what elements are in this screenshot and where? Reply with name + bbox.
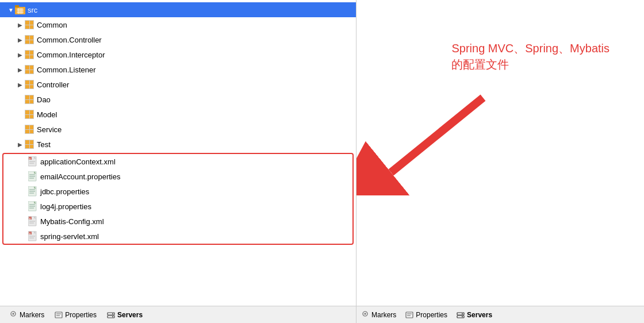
- svg-point-49: [112, 316, 113, 317]
- no-arrow: ▶: [20, 174, 28, 180]
- tree-item-dao[interactable]: ▶ Dao: [0, 92, 356, 107]
- module-icon-controller: [24, 79, 34, 90]
- tree-item-test[interactable]: ▶ Test: [0, 137, 356, 152]
- svg-line-51: [391, 98, 483, 172]
- svg-point-60: [462, 316, 463, 317]
- tree-item-controller-label: Controller: [37, 80, 69, 89]
- tree-item-model[interactable]: ▶ Model: [0, 107, 356, 122]
- xml-file-icon-mybatis: X: [28, 216, 38, 226]
- expand-arrow-common: ▶: [16, 22, 24, 28]
- annotation-area: Spring MVC、Spring、Mybatis 的配置文件: [356, 0, 644, 306]
- module-icon-common: [24, 20, 34, 30]
- module-icon-service: [24, 124, 34, 134]
- right-panel: Spring MVC、Spring、Mybatis 的配置文件 Markers …: [356, 0, 644, 323]
- no-arrow: ▶: [20, 233, 28, 240]
- module-icon-common-interceptor: [24, 49, 34, 60]
- svg-rect-43: [55, 312, 62, 318]
- prop-file-icon-log4j: [28, 201, 38, 212]
- expand-arrow-controller: ▶: [16, 82, 24, 88]
- svg-point-48: [112, 313, 113, 314]
- tree-item-spring-servlet[interactable]: ▶ X spring-servlet.xml: [3, 229, 352, 244]
- tree-item-mybatis-config[interactable]: ▶ X Mybatis-Config.xml: [3, 214, 352, 229]
- tree-item-model-label: Model: [37, 110, 57, 119]
- properties-tab[interactable]: Properties: [50, 309, 101, 321]
- expand-arrow-model: ▶: [16, 111, 24, 118]
- expand-arrow-common-interceptor: ▶: [16, 52, 24, 58]
- tree-item-common[interactable]: ▶ Common: [0, 17, 356, 32]
- bottom-toolbar: Markers Properties Servers: [0, 306, 356, 323]
- tree-item-common-controller-label: Common.Controller: [37, 36, 102, 44]
- markers-label: Markers: [20, 311, 44, 319]
- tree-item-common-interceptor[interactable]: ▶ Common.Interceptor: [0, 47, 356, 62]
- right-properties-label: Properties: [416, 311, 447, 319]
- tree-item-jdbc-label: jdbc.properties: [40, 187, 89, 196]
- tree-item-applicationcontext-label: applicationContext.xml: [40, 157, 116, 166]
- tree-item-src-label: src: [28, 6, 37, 14]
- svg-text:X: X: [29, 217, 31, 220]
- tree-item-common-controller[interactable]: ▶ Common.Controller: [0, 32, 356, 47]
- module-icon-model: [24, 109, 34, 120]
- tree-item-service-label: Service: [37, 125, 62, 134]
- annotation-line1: Spring MVC、Spring、Mybatis: [451, 42, 610, 55]
- tree-item-dao-label: Dao: [37, 95, 51, 104]
- expand-arrow-common-listener: ▶: [16, 67, 24, 73]
- left-panel: ▼ src ▶ Common: [0, 0, 356, 323]
- tree-item-mybatis-config-label: Mybatis-Config.xml: [40, 217, 104, 226]
- right-servers-tab[interactable]: Servers: [457, 311, 492, 319]
- expand-arrow-service: ▶: [16, 126, 24, 133]
- servers-label: Servers: [117, 311, 143, 319]
- right-bottom-bar: Markers Properties Servers: [356, 306, 644, 323]
- module-icon-common-listener: [24, 64, 34, 75]
- right-properties-icon: [405, 311, 413, 319]
- file-tree: ▼ src ▶ Common: [0, 0, 356, 306]
- tree-item-applicationcontext[interactable]: ▶ X applicationContext.xml: [3, 154, 352, 169]
- servers-icon: [107, 311, 115, 319]
- tree-item-src[interactable]: ▼ src: [0, 2, 356, 17]
- expand-arrow-test: ▶: [16, 141, 24, 148]
- tree-item-emailaccount[interactable]: ▶ emailAccount.properties: [3, 169, 352, 184]
- svg-rect-57: [457, 313, 464, 315]
- right-servers-icon: [457, 311, 465, 319]
- tree-item-log4j-label: log4j.properties: [40, 202, 91, 211]
- tree-item-test-label: Test: [37, 140, 51, 149]
- config-files-group: ▶ X applicationContext.xml ▶: [2, 153, 354, 245]
- right-markers-label: Markers: [371, 311, 396, 319]
- markers-tab[interactable]: Markers: [5, 309, 49, 321]
- module-icon-dao: [24, 94, 34, 105]
- tree-item-common-label: Common: [37, 21, 67, 29]
- servers-tab[interactable]: Servers: [102, 309, 147, 321]
- expand-arrow-common-controller: ▶: [16, 37, 24, 43]
- tree-item-common-listener[interactable]: ▶ Common.Listener: [0, 62, 356, 77]
- svg-text:X: X: [29, 157, 31, 160]
- right-marker-icon: [361, 311, 369, 319]
- right-properties-tab[interactable]: Properties: [405, 311, 447, 319]
- svg-rect-58: [457, 316, 464, 318]
- marker-icon: [9, 311, 17, 319]
- no-arrow: ▶: [20, 203, 28, 210]
- tree-item-controller[interactable]: ▶ Controller: [0, 77, 356, 92]
- annotation-text: Spring MVC、Spring、Mybatis 的配置文件: [451, 40, 610, 72]
- right-markers-tab[interactable]: Markers: [361, 311, 396, 319]
- tree-item-common-listener-label: Common.Listener: [37, 66, 96, 74]
- no-arrow: ▶: [20, 218, 28, 225]
- svg-point-59: [462, 313, 463, 314]
- svg-text:X: X: [29, 232, 31, 235]
- svg-point-53: [365, 313, 366, 314]
- no-arrow: ▶: [20, 159, 28, 165]
- tree-item-emailaccount-label: emailAccount.properties: [40, 172, 120, 181]
- xml-file-icon-applicationcontext: X: [28, 156, 38, 167]
- expand-arrow-dao: ▶: [16, 97, 24, 103]
- module-icon-test: [24, 139, 34, 149]
- prop-file-icon-jdbc: [28, 186, 38, 197]
- tree-item-spring-servlet-label: spring-servlet.xml: [40, 232, 99, 241]
- right-servers-label: Servers: [467, 311, 492, 319]
- annotation-arrow: [356, 69, 529, 195]
- svg-point-42: [13, 313, 14, 314]
- svg-rect-46: [108, 313, 114, 315]
- properties-label: Properties: [65, 311, 97, 319]
- tree-item-log4j[interactable]: ▶ log4j.properties: [3, 199, 352, 214]
- xml-file-icon-spring-servlet: X: [28, 231, 38, 241]
- properties-icon: [55, 311, 63, 319]
- tree-item-service[interactable]: ▶ Service: [0, 122, 356, 137]
- tree-item-jdbc[interactable]: ▶ jdbc.properties: [3, 184, 352, 199]
